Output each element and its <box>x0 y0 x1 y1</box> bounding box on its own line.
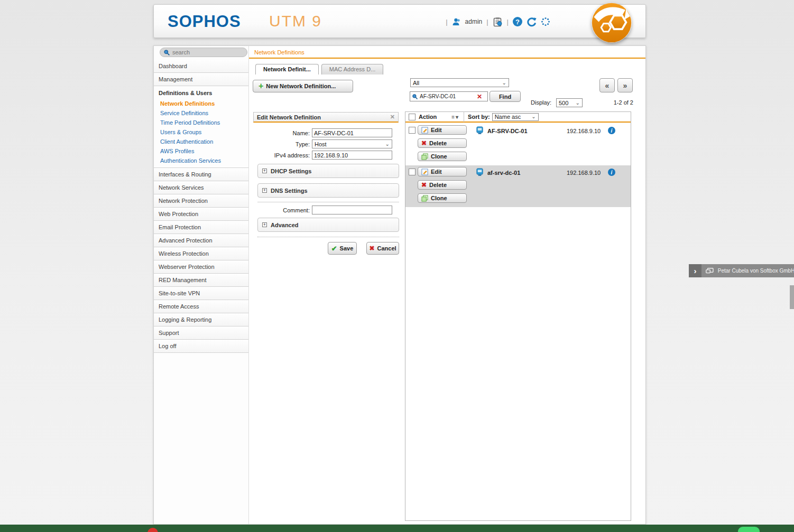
clone-button[interactable]: Clone <box>418 152 467 161</box>
delete-button[interactable]: ✖ Delete <box>418 138 467 148</box>
separator: | <box>486 18 488 26</box>
sidebar-item-network-definitions[interactable]: Network Definitions <box>154 99 248 108</box>
sidebar-item-network-protection[interactable]: Network Protection <box>154 194 248 208</box>
chevron-down-icon: ⌄ <box>502 81 506 85</box>
name-field[interactable] <box>312 128 392 137</box>
overlay-expand-chevron[interactable]: › <box>689 264 701 277</box>
sidebar-item-email-protection[interactable]: Email Protection <box>154 221 248 234</box>
type-select[interactable]: Host ⌄ <box>312 139 392 148</box>
meeting-taskbar <box>0 525 794 532</box>
search-icon <box>163 49 170 56</box>
sidebar-item-web-protection[interactable]: Web Protection <box>154 208 248 221</box>
save-button[interactable]: ✔ Save <box>328 242 357 255</box>
info-icon[interactable]: i <box>608 169 615 176</box>
expand-icon[interactable]: + <box>262 169 267 173</box>
tab-mac-address-definitions[interactable]: MAC Address D... <box>321 64 383 74</box>
overlay-side-tab[interactable] <box>790 285 794 309</box>
sidebar-item-interfaces-routing[interactable]: Interfaces & Routing <box>154 168 248 181</box>
display-label: Display: <box>531 99 551 106</box>
clear-search-icon[interactable]: ✕ <box>477 93 482 100</box>
next-page-button[interactable]: » <box>617 78 633 92</box>
sidebar-section-definitions-users[interactable]: Definitions & Users <box>154 86 248 99</box>
sidebar-item-webserver-protection[interactable]: Webserver Protection <box>154 260 248 274</box>
sort-select[interactable]: Name asc ⌄ <box>492 113 539 121</box>
content-area: Network Definitions Network Definit... M… <box>250 46 647 524</box>
logged-in-user: admin <box>465 18 483 25</box>
sidebar-search[interactable] <box>160 48 247 57</box>
cancel-button[interactable]: ✖ Cancel <box>366 242 399 255</box>
row-checkbox[interactable] <box>409 127 416 134</box>
find-field[interactable]: ✕ <box>410 91 488 101</box>
sidebar-item-authentication-services[interactable]: Authentication Services <box>154 156 248 165</box>
header-toolbar: | admin | | ? <box>446 5 550 39</box>
main-area: Dashboard Management Definitions & Users… <box>153 45 646 525</box>
clone-icon <box>421 153 428 160</box>
edit-label: Edit <box>431 127 442 133</box>
definition-name[interactable]: af-srv-dc-01 <box>487 170 520 176</box>
clone-button[interactable]: Clone <box>418 193 467 203</box>
sidebar-item-wireless-protection[interactable]: Wireless Protection <box>154 247 248 260</box>
sophos-utm-window: SOPHOS UTM 9 | admin | | ? <box>153 4 646 525</box>
sidebar-item-support[interactable]: Support <box>154 326 248 340</box>
find-input[interactable] <box>420 94 475 99</box>
select-all-checkbox[interactable] <box>409 114 416 120</box>
name-row: Name: <box>253 128 392 137</box>
separator: | <box>507 18 509 26</box>
delete-button[interactable]: ✖ Delete <box>418 180 467 190</box>
sidebar-item-log-off[interactable]: Log off <box>154 340 248 353</box>
sidebar-item-advanced-protection[interactable]: Advanced Protection <box>154 234 248 247</box>
sidebar-item-site-to-site-vpn[interactable]: Site-to-site VPN <box>154 287 248 300</box>
tab-network-definitions[interactable]: Network Definit... <box>255 64 319 74</box>
host-icon <box>476 126 484 135</box>
dns-settings-section[interactable]: + DNS Settings <box>257 183 399 198</box>
sidebar-item-time-period-definitions[interactable]: Time Period Definitions <box>154 118 248 127</box>
screen-share-icon <box>706 268 714 274</box>
advanced-label: Advanced <box>271 222 299 228</box>
prev-page-button[interactable]: « <box>599 78 615 92</box>
dns-settings-label: DNS Settings <box>271 188 308 194</box>
info-icon[interactable]: i <box>608 127 615 134</box>
definition-name[interactable]: AF-SRV-DC-01 <box>487 128 528 134</box>
expand-icon[interactable]: + <box>262 188 267 193</box>
dhcp-settings-section[interactable]: + DHCP Settings <box>257 164 399 178</box>
help-icon[interactable]: ? <box>513 17 522 26</box>
display-count-select[interactable]: 500 ⌄ <box>556 98 583 107</box>
action-menu-icon[interactable]: ≡ ▾ <box>451 114 458 120</box>
type-filter-select[interactable]: All ⌄ <box>410 78 509 87</box>
search-input[interactable] <box>172 49 236 55</box>
expand-icon[interactable]: + <box>262 222 267 227</box>
form-panel-title: Edit Network Definition <box>257 114 321 120</box>
new-network-definition-button[interactable]: + New Network Definition... <box>253 80 353 92</box>
ipv4-label: IPv4 address: <box>253 152 310 158</box>
edit-button[interactable]: Edit <box>418 125 467 135</box>
notes-icon[interactable] <box>493 17 503 27</box>
user-icon <box>452 17 461 26</box>
ipv4-field[interactable] <box>312 151 392 160</box>
sidebar-item-red-management[interactable]: RED Management <box>154 274 248 287</box>
refresh-icon[interactable] <box>527 17 537 27</box>
chevron-down-icon: ⌄ <box>576 101 580 105</box>
sidebar-nav: Dashboard Management Definitions & Users… <box>154 60 248 353</box>
sidebar-item-remote-access[interactable]: Remote Access <box>154 300 248 313</box>
find-button[interactable]: Find <box>490 91 521 102</box>
save-label: Save <box>340 245 354 251</box>
row-checkbox[interactable] <box>409 169 416 175</box>
close-icon[interactable]: ✕ <box>390 114 395 120</box>
divider <box>464 111 464 122</box>
sidebar-item-service-definitions[interactable]: Service Definitions <box>154 108 248 118</box>
comment-label: Comment: <box>253 207 310 213</box>
comment-field[interactable] <box>312 206 392 214</box>
advanced-section[interactable]: + Advanced <box>257 218 399 232</box>
sidebar-item-network-services[interactable]: Network Services <box>154 181 248 194</box>
sidebar-item-client-authentication[interactable]: Client Authentication <box>154 137 248 146</box>
meeting-green-button[interactable] <box>738 527 760 532</box>
sidebar-item-logging-reporting[interactable]: Logging & Reporting <box>154 313 248 326</box>
sidebar-item-management[interactable]: Management <box>154 73 248 86</box>
sidebar-item-dashboard[interactable]: Dashboard <box>154 60 248 73</box>
sidebar-item-aws-profiles[interactable]: AWS Profiles <box>154 146 248 156</box>
x-icon: ✖ <box>369 245 374 252</box>
definitions-list-panel: Action ≡ ▾ Sort by: Name asc ⌄ <box>405 111 631 521</box>
result-range: 1-2 of 2 <box>597 99 633 106</box>
sidebar-item-users-groups[interactable]: Users & Groups <box>154 127 248 137</box>
edit-button[interactable]: Edit <box>418 167 467 176</box>
